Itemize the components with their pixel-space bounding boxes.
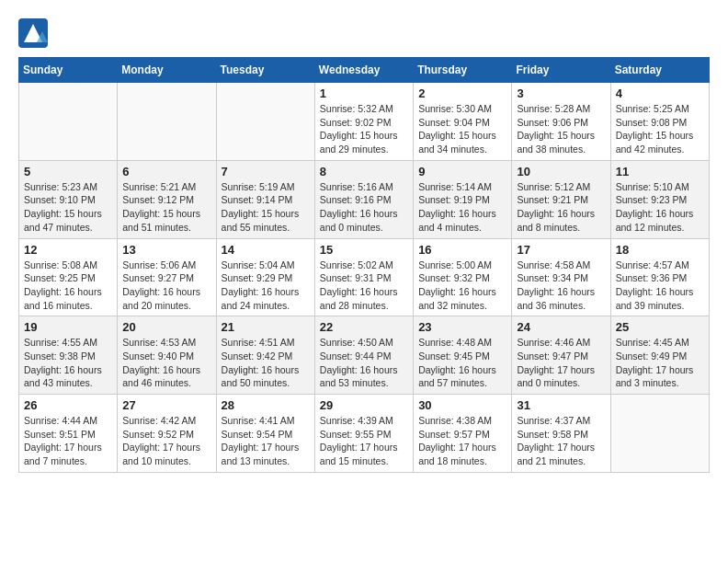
calendar-day-cell: 6Sunrise: 5:21 AMSunset: 9:12 PMDaylight… [118, 160, 216, 238]
day-info: Sunrise: 5:14 AMSunset: 9:19 PMDaylight:… [418, 180, 506, 235]
day-info: Sunrise: 5:25 AMSunset: 9:08 PMDaylight:… [616, 102, 704, 156]
day-number: 8 [320, 165, 408, 178]
calendar-day-cell: 13Sunrise: 5:06 AMSunset: 9:27 PMDayligh… [118, 238, 216, 316]
day-number: 14 [222, 243, 310, 257]
calendar-day-cell: 16Sunrise: 5:00 AMSunset: 9:32 PMDayligh… [414, 238, 512, 316]
calendar-day-cell: 8Sunrise: 5:16 AMSunset: 9:16 PMDaylight… [314, 160, 413, 238]
day-number: 4 [616, 86, 704, 100]
day-number: 11 [616, 165, 704, 178]
calendar-day-cell: 5Sunrise: 5:23 AMSunset: 9:10 PMDaylight… [19, 160, 118, 238]
day-info: Sunrise: 4:58 AMSunset: 9:34 PMDaylight:… [517, 259, 605, 313]
day-number: 28 [222, 398, 310, 412]
day-info: Sunrise: 5:06 AMSunset: 9:27 PMDaylight:… [122, 259, 210, 313]
day-info: Sunrise: 5:30 AMSunset: 9:04 PMDaylight:… [418, 102, 506, 156]
calendar-day-cell: 3Sunrise: 5:28 AMSunset: 9:06 PMDaylight… [512, 83, 610, 161]
calendar-day-cell: 30Sunrise: 4:38 AMSunset: 9:57 PMDayligh… [414, 395, 512, 473]
day-number: 26 [24, 398, 112, 412]
day-info: Sunrise: 5:32 AMSunset: 9:02 PMDaylight:… [320, 102, 408, 156]
calendar-day-cell: 17Sunrise: 4:58 AMSunset: 9:34 PMDayligh… [512, 238, 610, 316]
day-header: Tuesday [216, 58, 314, 83]
day-info: Sunrise: 4:51 AMSunset: 9:42 PMDaylight:… [222, 336, 310, 390]
day-number: 13 [122, 243, 210, 257]
day-header: Saturday [610, 58, 709, 83]
day-info: Sunrise: 4:44 AMSunset: 9:51 PMDaylight:… [24, 414, 112, 468]
day-info: Sunrise: 5:02 AMSunset: 9:31 PMDaylight:… [320, 259, 408, 313]
day-number: 15 [320, 243, 408, 257]
day-info: Sunrise: 5:10 AMSunset: 9:23 PMDaylight:… [616, 180, 704, 235]
day-info: Sunrise: 4:42 AMSunset: 9:52 PMDaylight:… [122, 414, 210, 468]
day-number: 2 [418, 86, 506, 100]
day-info: Sunrise: 5:00 AMSunset: 9:32 PMDaylight:… [418, 259, 506, 313]
calendar-day-cell: 28Sunrise: 4:41 AMSunset: 9:54 PMDayligh… [216, 395, 314, 473]
day-number: 5 [24, 165, 112, 178]
day-info: Sunrise: 5:04 AMSunset: 9:29 PMDaylight:… [222, 259, 310, 313]
day-info: Sunrise: 4:48 AMSunset: 9:45 PMDaylight:… [418, 336, 506, 390]
calendar-day-cell: 12Sunrise: 5:08 AMSunset: 9:25 PMDayligh… [19, 238, 118, 316]
day-number: 21 [222, 320, 310, 334]
calendar-day-cell: 15Sunrise: 5:02 AMSunset: 9:31 PMDayligh… [314, 238, 413, 316]
calendar-day-cell: 1Sunrise: 5:32 AMSunset: 9:02 PMDaylight… [314, 83, 413, 161]
calendar-day-cell: 22Sunrise: 4:50 AMSunset: 9:44 PMDayligh… [314, 316, 413, 395]
day-number: 18 [616, 243, 704, 257]
day-info: Sunrise: 4:45 AMSunset: 9:49 PMDaylight:… [616, 336, 704, 390]
calendar-table: SundayMondayTuesdayWednesdayThursdayFrid… [18, 57, 710, 473]
logo-icon [18, 18, 48, 48]
day-info: Sunrise: 4:50 AMSunset: 9:44 PMDaylight:… [320, 336, 408, 390]
calendar-day-cell: 19Sunrise: 4:55 AMSunset: 9:38 PMDayligh… [19, 316, 118, 395]
calendar-day-cell: 27Sunrise: 4:42 AMSunset: 9:52 PMDayligh… [118, 395, 216, 473]
day-number: 17 [517, 243, 605, 257]
day-number: 24 [517, 320, 605, 334]
day-info: Sunrise: 5:08 AMSunset: 9:25 PMDaylight:… [24, 259, 112, 313]
calendar-day-cell: 4Sunrise: 5:25 AMSunset: 9:08 PMDaylight… [610, 83, 709, 161]
calendar-week-row: 5Sunrise: 5:23 AMSunset: 9:10 PMDaylight… [19, 160, 710, 238]
calendar-day-cell: 14Sunrise: 5:04 AMSunset: 9:29 PMDayligh… [216, 238, 314, 316]
day-header: Monday [118, 58, 216, 83]
day-number: 22 [320, 320, 408, 334]
day-info: Sunrise: 4:39 AMSunset: 9:55 PMDaylight:… [320, 414, 408, 468]
calendar-day-cell [118, 83, 216, 161]
day-number: 27 [122, 398, 210, 412]
day-header: Sunday [19, 58, 118, 83]
calendar-day-cell [216, 83, 314, 161]
day-info: Sunrise: 5:12 AMSunset: 9:21 PMDaylight:… [517, 180, 605, 235]
calendar-week-row: 12Sunrise: 5:08 AMSunset: 9:25 PMDayligh… [19, 238, 710, 316]
day-info: Sunrise: 4:41 AMSunset: 9:54 PMDaylight:… [222, 414, 310, 468]
day-info: Sunrise: 4:37 AMSunset: 9:58 PMDaylight:… [517, 414, 605, 468]
calendar-day-cell: 31Sunrise: 4:37 AMSunset: 9:58 PMDayligh… [512, 395, 610, 473]
calendar-week-row: 1Sunrise: 5:32 AMSunset: 9:02 PMDaylight… [19, 83, 710, 161]
calendar-day-cell: 25Sunrise: 4:45 AMSunset: 9:49 PMDayligh… [610, 316, 709, 395]
calendar-day-cell: 10Sunrise: 5:12 AMSunset: 9:21 PMDayligh… [512, 160, 610, 238]
day-info: Sunrise: 4:57 AMSunset: 9:36 PMDaylight:… [616, 259, 704, 313]
calendar-day-cell: 9Sunrise: 5:14 AMSunset: 9:19 PMDaylight… [414, 160, 512, 238]
day-number: 29 [320, 398, 408, 412]
calendar-day-cell: 24Sunrise: 4:46 AMSunset: 9:47 PMDayligh… [512, 316, 610, 395]
day-number: 23 [418, 320, 506, 334]
day-header: Friday [512, 58, 610, 83]
day-info: Sunrise: 5:19 AMSunset: 9:14 PMDaylight:… [222, 180, 310, 235]
day-info: Sunrise: 4:53 AMSunset: 9:40 PMDaylight:… [122, 336, 210, 390]
day-number: 12 [24, 243, 112, 257]
day-info: Sunrise: 4:46 AMSunset: 9:47 PMDaylight:… [517, 336, 605, 390]
calendar-week-row: 26Sunrise: 4:44 AMSunset: 9:51 PMDayligh… [19, 395, 710, 473]
calendar-day-cell: 21Sunrise: 4:51 AMSunset: 9:42 PMDayligh… [216, 316, 314, 395]
calendar-day-cell: 2Sunrise: 5:30 AMSunset: 9:04 PMDaylight… [414, 83, 512, 161]
day-number: 30 [418, 398, 506, 412]
calendar-day-cell: 26Sunrise: 4:44 AMSunset: 9:51 PMDayligh… [19, 395, 118, 473]
day-number: 20 [122, 320, 210, 334]
day-number: 9 [418, 165, 506, 178]
day-info: Sunrise: 5:16 AMSunset: 9:16 PMDaylight:… [320, 180, 408, 235]
day-info: Sunrise: 5:23 AMSunset: 9:10 PMDaylight:… [24, 180, 112, 235]
day-info: Sunrise: 5:21 AMSunset: 9:12 PMDaylight:… [122, 180, 210, 235]
calendar-day-cell: 7Sunrise: 5:19 AMSunset: 9:14 PMDaylight… [216, 160, 314, 238]
day-number: 19 [24, 320, 112, 334]
day-number: 25 [616, 320, 704, 334]
day-number: 1 [320, 86, 408, 100]
day-number: 10 [517, 165, 605, 178]
day-info: Sunrise: 4:55 AMSunset: 9:38 PMDaylight:… [24, 336, 112, 390]
calendar-day-cell: 20Sunrise: 4:53 AMSunset: 9:40 PMDayligh… [118, 316, 216, 395]
day-number: 31 [517, 398, 605, 412]
day-number: 3 [517, 86, 605, 100]
logo [18, 18, 50, 48]
day-info: Sunrise: 4:38 AMSunset: 9:57 PMDaylight:… [418, 414, 506, 468]
calendar-week-row: 19Sunrise: 4:55 AMSunset: 9:38 PMDayligh… [19, 316, 710, 395]
